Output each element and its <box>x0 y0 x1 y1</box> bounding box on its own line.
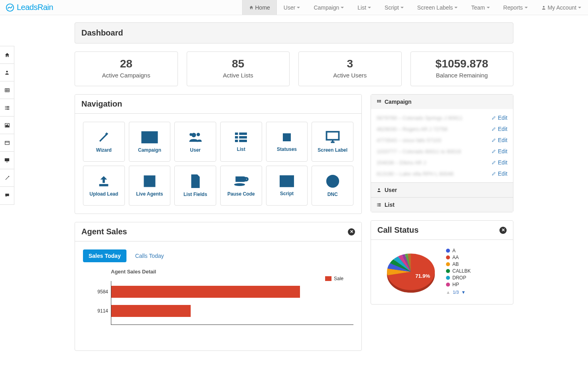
tile-upload-lead[interactable]: Upload Lead <box>83 166 125 206</box>
edit-link[interactable]: Edit <box>491 159 507 166</box>
tab-sales-today[interactable]: Sales Today <box>83 249 126 262</box>
rail-chat-icon[interactable] <box>0 187 14 204</box>
edit-link[interactable]: Edit <box>491 170 507 177</box>
brand-text: LeadsRain <box>17 3 53 12</box>
chevron-down-icon <box>368 7 371 8</box>
nav-list[interactable]: List <box>351 0 378 15</box>
rail-user-icon[interactable] <box>0 64 14 81</box>
svg-point-22 <box>8 176 9 176</box>
svg-rect-37 <box>283 133 291 141</box>
svg-rect-41 <box>99 184 109 186</box>
close-icon[interactable]: ✕ <box>348 228 355 235</box>
nav-screen-labels[interactable]: Screen Labels <box>410 0 465 15</box>
svg-rect-64 <box>378 205 381 206</box>
stat-card: 3Active Users <box>298 51 402 86</box>
nav-script[interactable]: Script <box>378 0 410 15</box>
tile-statuses[interactable]: Statuses <box>266 122 308 162</box>
legend-item: CALLBK <box>446 268 471 274</box>
svg-rect-35 <box>235 140 238 142</box>
accordion-campaign-header[interactable]: Campaign <box>371 95 513 109</box>
accordion: Campaign 5679769 – Colorado Springs J 80… <box>371 94 513 212</box>
navigation-title: Navigation <box>75 95 361 114</box>
rail-chart-icon[interactable] <box>0 117 14 134</box>
svg-rect-55 <box>379 100 380 101</box>
home-icon <box>249 5 254 10</box>
accordion-list-header[interactable]: List <box>371 198 513 212</box>
svg-point-60 <box>378 188 380 190</box>
svg-rect-57 <box>377 101 379 103</box>
chevron-down-icon <box>487 7 490 8</box>
edit-link[interactable]: Edit <box>491 115 507 121</box>
legend-item: A <box>446 248 471 253</box>
svg-rect-43 <box>147 181 148 185</box>
pencil-icon <box>491 171 496 176</box>
stat-card: $1059.878Balance Remaining <box>410 51 514 86</box>
stat-card: 28Active Campaigns <box>75 51 178 86</box>
side-rail <box>0 46 14 205</box>
edit-link[interactable]: Edit <box>491 148 507 154</box>
svg-rect-31 <box>235 133 238 135</box>
nav-team[interactable]: Team <box>464 0 496 15</box>
nav-user[interactable]: User <box>277 0 307 15</box>
edit-link[interactable]: Edit <box>491 126 507 132</box>
nav-reports[interactable]: Reports <box>497 0 535 15</box>
tile-screen-label[interactable]: Screen Label <box>312 122 353 162</box>
tile-campaign[interactable]: Campaign <box>129 122 171 162</box>
svg-rect-17 <box>5 141 9 144</box>
chevron-left-icon[interactable]: ▲ <box>446 290 450 295</box>
chevron-right-icon[interactable]: ▼ <box>461 290 466 295</box>
svg-rect-16 <box>8 126 9 127</box>
tile-pause-code[interactable]: Pause Code <box>220 166 262 206</box>
svg-rect-10 <box>6 107 9 108</box>
tile-script[interactable]: Script <box>266 166 308 206</box>
pencil-icon <box>491 149 496 154</box>
call-status-panel: Call Status ✕ 71.9% AAAABCALLBKDROPHP ▲ … <box>371 220 513 305</box>
grid-icon <box>377 99 381 104</box>
list-icon <box>377 202 381 207</box>
tile-user[interactable]: User <box>174 122 216 162</box>
svg-rect-34 <box>239 136 247 139</box>
nav-my-account[interactable]: My Account <box>535 0 588 15</box>
rail-list-icon[interactable] <box>0 99 14 117</box>
chevron-down-icon <box>454 7 458 8</box>
svg-rect-61 <box>377 204 378 204</box>
pie-pager[interactable]: ▲ 1/3 ▼ <box>446 290 471 295</box>
pie-legend: AAAABCALLBKDROPHP <box>446 248 471 287</box>
close-icon[interactable]: ✕ <box>499 227 507 234</box>
tile-list[interactable]: List <box>220 122 262 162</box>
svg-rect-9 <box>5 107 6 108</box>
tile-list-fields[interactable]: List Fields <box>174 166 216 206</box>
tab-calls-today[interactable]: Calls Today <box>130 249 170 262</box>
stat-card: 85Active Lists <box>187 51 290 86</box>
user-icon <box>377 188 381 192</box>
agent-sales-title: Agent Sales <box>81 227 127 236</box>
rail-grid-icon[interactable] <box>0 81 14 99</box>
pencil-icon <box>491 127 496 131</box>
tile-dnc[interactable]: DNC <box>312 166 353 206</box>
tile-live-agents[interactable]: Live Agents <box>129 166 171 206</box>
nav-home[interactable]: Home <box>242 0 277 15</box>
legend-item: DROP <box>446 275 471 281</box>
rail-wand-icon[interactable] <box>0 169 14 187</box>
svg-rect-20 <box>6 162 8 162</box>
svg-point-29 <box>196 133 200 137</box>
legend-item: AB <box>446 261 471 267</box>
accordion-user-header[interactable]: User <box>371 183 513 197</box>
campaign-row: 4829030 – Rogers AR J 72758Edit <box>371 123 513 135</box>
nav-campaign[interactable]: Campaign <box>307 0 351 15</box>
rail-window-icon[interactable] <box>0 134 14 152</box>
campaign-row: 1033777 – Colorado 80011 to 80018Edit <box>371 146 513 157</box>
tile-wizard[interactable]: Wizard <box>83 122 125 162</box>
svg-point-1 <box>543 6 545 8</box>
rail-home-icon[interactable] <box>0 46 14 64</box>
edit-link[interactable]: Edit <box>491 137 507 143</box>
pie-chart: 71.9% <box>379 248 439 292</box>
campaign-row: 4773543 – sioux falls 57103Edit <box>371 135 513 146</box>
svg-rect-62 <box>378 204 381 204</box>
brand-logo[interactable]: LeadsRain <box>0 0 59 15</box>
svg-rect-36 <box>239 140 247 142</box>
rail-monitor-icon[interactable] <box>0 152 14 169</box>
svg-rect-32 <box>239 133 247 135</box>
campaign-row: 5679769 – Colorado Springs J 80911Edit <box>371 112 513 123</box>
svg-rect-8 <box>6 106 9 107</box>
